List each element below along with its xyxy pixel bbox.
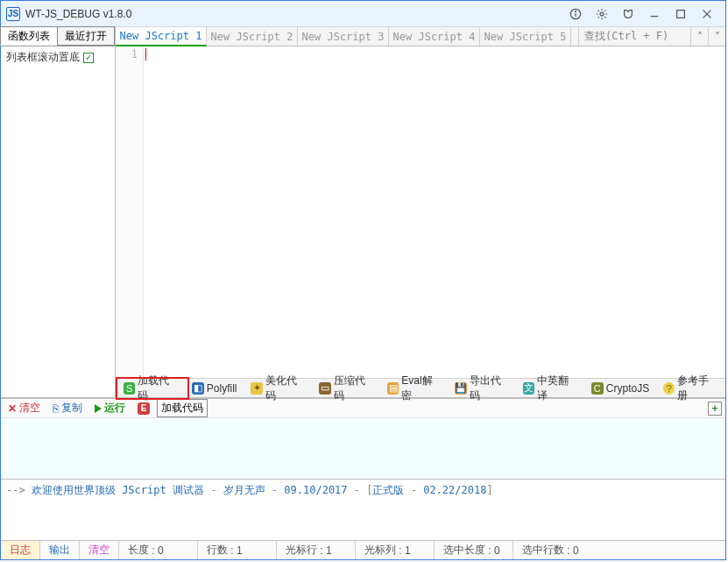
- load-code-button[interactable]: S加载代码: [117, 372, 184, 405]
- editor-toolbar: S加载代码 ◧Polyfill ✦美化代码 ▭压缩代码 ▤Eval解密 💾导出代…: [116, 378, 725, 397]
- file-tab-1[interactable]: New JScript 1: [116, 27, 207, 46]
- text-caret: [145, 48, 146, 60]
- close-button[interactable]: [694, 2, 720, 26]
- app-title: WT-JS_DEBUG v1.8.0: [25, 8, 131, 20]
- translate-icon: 文: [523, 382, 534, 395]
- status-sel-lines: 选中行数 : 0: [513, 541, 592, 559]
- tab-scroll-up-icon[interactable]: ˄: [690, 27, 708, 46]
- status-cursor-row: 光标行 : 1: [277, 541, 356, 559]
- app-icon: JS: [6, 7, 20, 21]
- settings-icon[interactable]: [589, 2, 615, 26]
- load-icon: S: [124, 382, 135, 395]
- export-code-button[interactable]: 💾导出代码: [449, 372, 515, 405]
- output-clear-button[interactable]: ✕清空: [4, 400, 44, 416]
- line-number: 1: [116, 48, 138, 60]
- polyfill-icon: ◧: [192, 382, 204, 395]
- titlebar: JS WT-JS_DEBUG v1.8.0: [1, 1, 725, 27]
- code-editor[interactable]: 1: [116, 46, 725, 378]
- beautify-button[interactable]: ✦美化代码: [244, 372, 311, 405]
- file-tab-4[interactable]: New JScript 4: [389, 27, 480, 46]
- search-input[interactable]: 查找(Ctrl + F): [578, 27, 690, 46]
- crypto-icon: C: [591, 382, 604, 395]
- export-icon: 💾: [455, 382, 467, 395]
- status-length: 长度 : 0: [119, 541, 198, 559]
- status-sel-length: 选中长度 : 0: [435, 541, 513, 559]
- log-body[interactable]: --> 欢迎使用世界顶级 JScript 调试器 - 岁月无声 - 09.10/…: [1, 480, 725, 540]
- sidebar-scroll-bottom-option[interactable]: 列表框滚动置底 ✓: [1, 46, 115, 68]
- play-icon: [95, 404, 102, 413]
- editor-area: New JScript 1 New JScript 2 New JScript …: [116, 27, 725, 397]
- reference-button[interactable]: ?参考手册: [657, 372, 724, 405]
- bottom-tab-clear[interactable]: 清空: [80, 541, 119, 559]
- svg-point-2: [575, 11, 576, 11]
- line-gutter: 1: [116, 46, 144, 378]
- info-icon[interactable]: [562, 2, 589, 26]
- output-panel: ✕清空 ⎘复制 运行 E 加载代码 +: [1, 398, 725, 479]
- svg-point-3: [600, 12, 604, 16]
- minimize-button[interactable]: [641, 2, 668, 26]
- eval-icon: ▤: [387, 382, 399, 395]
- status-cursor-col: 光标列 : 1: [356, 541, 435, 559]
- log-panel: --> 欢迎使用世界顶级 JScript 调试器 - 岁月无声 - 09.10/…: [1, 479, 725, 540]
- output-copy-button[interactable]: ⎘复制: [49, 400, 86, 416]
- maximize-button[interactable]: [668, 2, 694, 26]
- tab-scroll-down-icon[interactable]: ˅: [708, 27, 725, 46]
- help-icon: ?: [663, 382, 675, 395]
- copy-icon: ⎘: [53, 402, 59, 415]
- eval-decrypt-button[interactable]: ▤Eval解密: [381, 372, 447, 405]
- file-tabstrip: New JScript 1 New JScript 2 New JScript …: [116, 27, 725, 46]
- sidebar-list: [1, 68, 115, 397]
- minify-button[interactable]: ▭压缩代码: [313, 372, 379, 405]
- minify-icon: ▭: [319, 382, 330, 395]
- sidebar: 函数列表 最近打开 列表框滚动置底 ✓: [1, 27, 116, 397]
- beautify-icon: ✦: [251, 382, 262, 395]
- sidebar-tab-recent[interactable]: 最近打开: [57, 26, 115, 46]
- status-lines: 行数 : 1: [198, 541, 277, 559]
- checkbox-icon: ✓: [83, 53, 94, 63]
- cryptojs-button[interactable]: CCryptoJS: [585, 381, 655, 396]
- theme-icon[interactable]: [615, 2, 641, 26]
- app-window: JS WT-JS_DEBUG v1.8.0 函数列表 最近打开 列表框滚动置底 …: [0, 0, 726, 560]
- file-tab-5[interactable]: New JScript 5: [480, 27, 571, 46]
- status-bar: 日志 输出 清空 长度 : 0 行数 : 1 光标行 : 1 光标列 : 1 选…: [1, 540, 725, 559]
- sidebar-tab-functions[interactable]: 函数列表: [0, 26, 58, 46]
- sidebar-scroll-bottom-label: 列表框滚动置底: [6, 50, 80, 65]
- file-tab-3[interactable]: New JScript 3: [298, 27, 389, 46]
- bottom-tab-output[interactable]: 输出: [40, 541, 80, 559]
- svg-rect-5: [677, 10, 685, 18]
- polyfill-button[interactable]: ◧Polyfill: [186, 381, 244, 396]
- x-icon: ✕: [8, 402, 17, 415]
- file-tab-2[interactable]: New JScript 2: [207, 27, 298, 46]
- output-body[interactable]: [1, 418, 725, 479]
- bottom-tab-log[interactable]: 日志: [1, 541, 40, 559]
- translate-button[interactable]: 文中英翻译: [517, 372, 583, 405]
